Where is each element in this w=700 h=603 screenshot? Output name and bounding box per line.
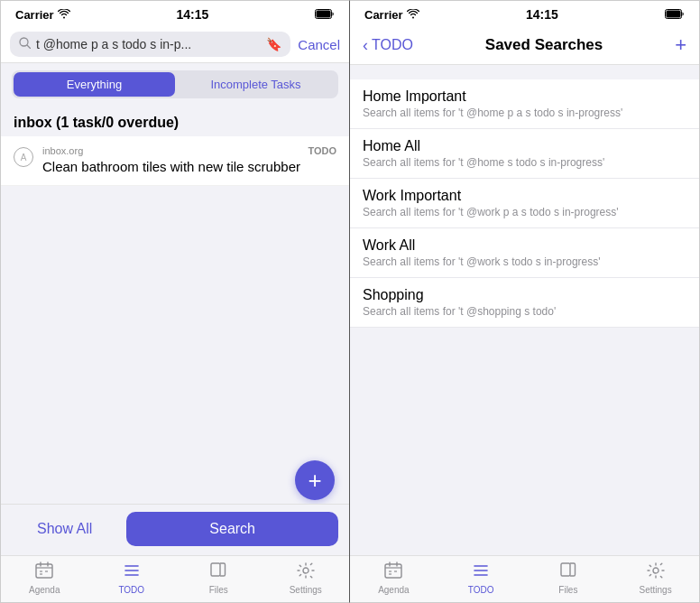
- cancel-button[interactable]: Cancel: [298, 37, 340, 52]
- time-display-right: 14:15: [526, 7, 558, 22]
- bookmark-icon: 🔖: [266, 37, 281, 51]
- agenda-icon-left: [34, 561, 54, 583]
- bottom-action-bar: Show All Search: [1, 504, 349, 555]
- segment-incomplete[interactable]: Incomplete Tasks: [175, 72, 336, 97]
- saved-item-shopping[interactable]: Shopping Search all items for 't @shoppi…: [350, 278, 699, 328]
- svg-rect-28: [561, 563, 570, 576]
- svg-rect-17: [666, 10, 680, 17]
- section-header: inbox (1 task/0 overdue): [1, 106, 349, 136]
- segment-control: Everything Incomplete Tasks: [12, 70, 338, 98]
- svg-point-29: [653, 568, 659, 573]
- time-display-left: 14:15: [176, 7, 208, 22]
- back-chevron-icon: ‹: [363, 36, 368, 55]
- svg-point-15: [303, 568, 309, 573]
- carrier-label-right: Carrier: [364, 8, 403, 22]
- search-bar-area: t @home p a s todo s in-p... 🔖 Cancel: [1, 26, 349, 63]
- settings-icon-left: [296, 561, 316, 583]
- status-bar-right: Carrier 14:15: [350, 1, 699, 26]
- tab-todo-left[interactable]: TODO: [88, 561, 176, 595]
- top-gap: [350, 65, 699, 79]
- carrier-label: Carrier: [15, 8, 54, 22]
- battery-icon-left: [315, 8, 335, 22]
- tab-agenda-right[interactable]: Agenda: [350, 561, 438, 595]
- saved-item-title: Work All: [363, 237, 686, 254]
- task-meta: inbox.org TODO: [42, 145, 336, 156]
- fab-add-button[interactable]: +: [295, 460, 335, 500]
- segment-everything[interactable]: Everything: [14, 72, 175, 97]
- right-phone: Carrier 14:15: [350, 0, 700, 603]
- todo-icon-right: [471, 561, 491, 583]
- saved-item-title: Shopping: [363, 287, 686, 303]
- settings-icon-right: [646, 561, 666, 583]
- tab-agenda-left[interactable]: Agenda: [1, 561, 88, 595]
- tab-files-left[interactable]: Files: [175, 561, 262, 595]
- saved-item-desc: Search all items for 't @shopping s todo…: [363, 305, 686, 318]
- tab-bar-left: Agenda TODO: [1, 555, 349, 602]
- files-icon-right: [558, 561, 578, 583]
- tab-bar-right: Agenda TODO: [350, 555, 699, 602]
- todo-icon-left: [122, 561, 142, 583]
- svg-rect-4: [36, 564, 52, 578]
- task-badge: TODO: [308, 145, 336, 156]
- saved-searches-list: Home Important Search all items for 't @…: [350, 65, 699, 555]
- saved-item-desc: Search all items for 't @home p a s todo…: [363, 107, 686, 119]
- back-label: TODO: [372, 37, 413, 53]
- svg-rect-1: [316, 10, 330, 17]
- left-phone: Carrier 14:15: [0, 0, 350, 603]
- saved-item-work-important[interactable]: Work Important Search all items for 't @…: [350, 179, 699, 228]
- saved-item-desc: Search all items for 't @home s todo s i…: [363, 156, 686, 169]
- tab-label-agenda-right: Agenda: [378, 585, 409, 595]
- tab-label-todo-left: TODO: [118, 585, 144, 595]
- tab-label-settings-left: Settings: [290, 585, 322, 595]
- task-item[interactable]: A inbox.org TODO Clean bathroom tiles wi…: [1, 136, 349, 186]
- tab-settings-left[interactable]: Settings: [262, 561, 350, 595]
- saved-item-desc: Search all items for 't @work s todo s i…: [363, 255, 686, 268]
- saved-item-desc: Search all items for 't @work p a s todo…: [363, 206, 686, 218]
- add-button-right[interactable]: +: [675, 33, 686, 57]
- task-circle-icon: A: [21, 153, 27, 162]
- task-title: Clean bathroom tiles with new tile scrub…: [42, 158, 336, 176]
- saved-item-title: Home Important: [363, 88, 686, 105]
- tab-label-files-left: Files: [209, 585, 228, 595]
- tab-label-files-right: Files: [558, 585, 577, 595]
- saved-item-work-all[interactable]: Work All Search all items for 't @work s…: [350, 228, 699, 278]
- tab-settings-right[interactable]: Settings: [612, 561, 699, 595]
- search-magnifier-icon: [19, 37, 31, 51]
- svg-line-3: [27, 45, 31, 49]
- task-list-area: A inbox.org TODO Clean bathroom tiles wi…: [1, 136, 349, 451]
- svg-rect-18: [385, 564, 401, 578]
- fab-area: +: [1, 451, 349, 504]
- tab-label-agenda-left: Agenda: [29, 585, 60, 595]
- nav-bar-right: ‹ TODO Saved Searches +: [350, 26, 699, 65]
- search-input-text: t @home p a s todo s in-p...: [36, 37, 261, 51]
- empty-area: [1, 186, 349, 439]
- task-circle: A: [14, 147, 33, 167]
- tab-todo-right[interactable]: TODO: [438, 561, 525, 595]
- wifi-icon-right: [407, 8, 419, 22]
- files-icon-left: [208, 561, 228, 583]
- tab-label-settings-right: Settings: [640, 585, 672, 595]
- saved-item-home-important[interactable]: Home Important Search all items for 't @…: [350, 79, 699, 129]
- show-all-button[interactable]: Show All: [12, 512, 117, 546]
- nav-title: Saved Searches: [485, 36, 603, 54]
- search-button[interactable]: Search: [126, 512, 338, 546]
- back-button[interactable]: ‹ TODO: [363, 36, 413, 55]
- saved-item-title: Home All: [363, 138, 686, 154]
- saved-item-home-all[interactable]: Home All Search all items for 't @home s…: [350, 129, 699, 179]
- tab-label-todo-right: TODO: [468, 585, 494, 595]
- svg-rect-14: [211, 563, 220, 576]
- status-bar-left: Carrier 14:15: [1, 1, 349, 26]
- agenda-icon-right: [383, 561, 403, 583]
- search-input-wrapper[interactable]: t @home p a s todo s in-p... 🔖: [10, 32, 290, 57]
- battery-icon-right: [665, 8, 685, 22]
- task-source: inbox.org: [42, 145, 83, 156]
- saved-item-title: Work Important: [363, 188, 686, 204]
- wifi-icon: [58, 8, 70, 22]
- tab-files-right[interactable]: Files: [525, 561, 612, 595]
